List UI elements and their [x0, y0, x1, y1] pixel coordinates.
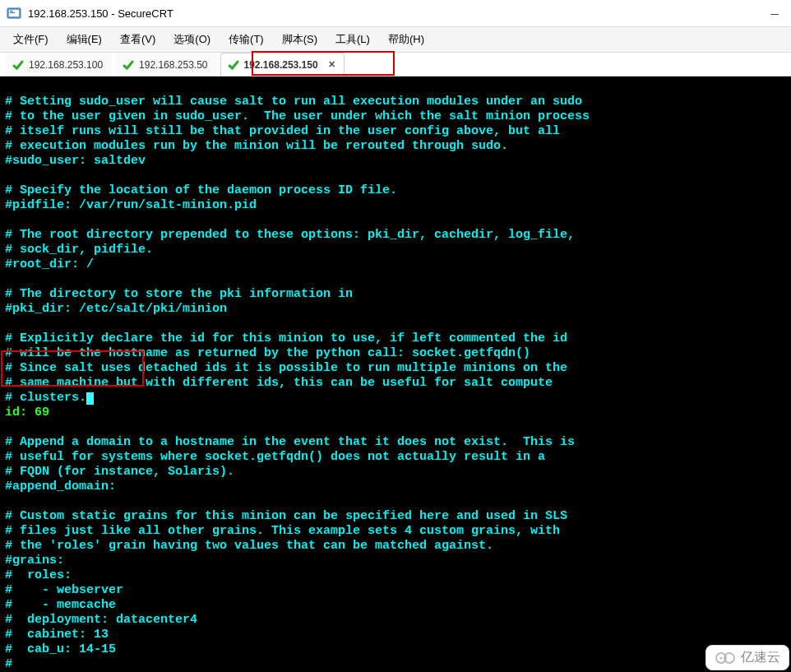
menu-view[interactable]: 查看(V) [117, 30, 159, 49]
terminal-line: # Append a domain to a hostname in the e… [5, 435, 575, 449]
menu-edit[interactable]: 编辑(E) [63, 30, 105, 49]
connected-icon [123, 59, 134, 71]
terminal-line: # will be the hostname as returned by th… [5, 346, 530, 360]
connected-icon [12, 59, 24, 71]
terminal-line: # cabinet: 13 [5, 628, 109, 642]
menu-transfer[interactable]: 传输(T) [225, 30, 267, 49]
watermark-text: 亿速云 [741, 649, 780, 666]
tab-session-1[interactable]: 192.168.253.100 [5, 53, 112, 76]
terminal-line: # [5, 657, 12, 671]
terminal-line: #pki_dir: /etc/salt/pki/minion [5, 302, 227, 316]
terminal-line: # cab_u: 14-15 [5, 642, 116, 656]
terminal-line: #append_domain: [5, 480, 116, 494]
minimize-button[interactable]: — [758, 0, 791, 26]
window-title: 192.168.253.150 - SecureCRT [28, 7, 758, 20]
terminal-line: # - webserver [5, 583, 123, 597]
terminal-line: # to the user given in sudo_user. The us… [5, 109, 590, 123]
terminal-line: # The directory to store the pki informa… [5, 287, 353, 301]
terminal-line: # same machine but with different ids, t… [5, 376, 553, 390]
terminal-line: # itself runs will still be that provide… [5, 124, 560, 138]
terminal-line: # Setting sudo_user will cause salt to r… [5, 95, 582, 109]
terminal-line: # sock_dir, pidfile. [5, 243, 153, 257]
tab-label: 192.168.253.100 [29, 59, 103, 71]
menu-help[interactable]: 帮助(H) [385, 30, 428, 49]
close-icon[interactable]: ✕ [328, 59, 335, 70]
terminal-line: # Explicitly declare the id for this min… [5, 331, 567, 345]
terminal-line: #root_dir: / [5, 257, 94, 271]
terminal-line: # FQDN (for instance, Solaris). [5, 465, 234, 479]
tab-session-2[interactable]: 192.168.253.50 [115, 53, 216, 76]
terminal-line: # useful for systems where socket.getfqd… [5, 450, 545, 464]
cursor [86, 392, 94, 405]
terminal-line: # files just like all other grains. This… [5, 524, 560, 538]
terminal-line-id: id: 69 [5, 406, 49, 419]
app-icon [7, 6, 21, 21]
terminal-line: # - memcache [5, 598, 116, 612]
terminal-line: # roles: [5, 568, 72, 582]
terminal-line: #pidfile: /var/run/salt-minion.pid [5, 198, 257, 212]
terminal-line: # Custom static grains for this minion c… [5, 509, 567, 523]
tab-label: 192.168.253.150 [244, 59, 318, 71]
svg-rect-2 [10, 11, 13, 12]
menu-tools[interactable]: 工具(L) [332, 30, 373, 49]
terminal-line: #sudo_user: saltdev [5, 154, 146, 168]
tabbar: 192.168.253.100 192.168.253.50 192.168.2… [0, 53, 791, 76]
terminal-line: # clusters. [5, 391, 94, 405]
tab-label: 192.168.253.50 [139, 59, 207, 71]
terminal-line: # the 'roles' grain having two values th… [5, 539, 493, 553]
menu-script[interactable]: 脚本(S) [279, 30, 321, 49]
watermark: 亿速云 [705, 645, 789, 670]
titlebar: 192.168.253.150 - SecureCRT — [0, 0, 791, 27]
menu-options[interactable]: 选项(O) [170, 30, 214, 49]
menu-file[interactable]: 文件(F) [10, 30, 52, 49]
terminal[interactable]: # Setting sudo_user will cause salt to r… [0, 76, 791, 672]
watermark-logo-icon [715, 651, 736, 665]
svg-rect-3 [10, 12, 15, 13]
terminal-line: # execution modules run by the minion wi… [5, 139, 508, 153]
tab-session-3[interactable]: 192.168.253.150 ✕ [220, 53, 345, 76]
terminal-line: # Specify the location of the daemon pro… [5, 183, 397, 197]
svg-point-6 [720, 656, 723, 659]
connected-icon [228, 59, 239, 71]
terminal-line: # The root directory prepended to these … [5, 228, 575, 242]
terminal-line: #grains: [5, 554, 64, 568]
menubar: 文件(F) 编辑(E) 查看(V) 选项(O) 传输(T) 脚本(S) 工具(L… [0, 27, 791, 53]
terminal-line: # deployment: datacenter4 [5, 613, 197, 627]
terminal-line: # Since salt uses detached ids it is pos… [5, 361, 567, 375]
